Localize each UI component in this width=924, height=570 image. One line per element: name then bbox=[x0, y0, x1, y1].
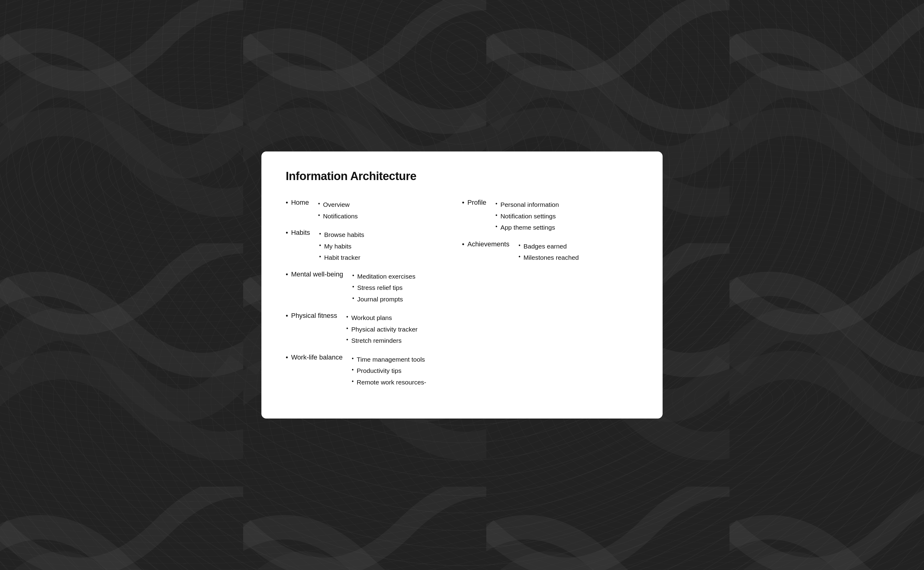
sub-level-item: Stretch reminders bbox=[346, 336, 418, 346]
sub-level-label: Stretch reminders bbox=[351, 336, 402, 346]
sub-level-item: Stress relief tips bbox=[352, 283, 415, 293]
sub-level-item: Remote work resources- bbox=[352, 377, 426, 387]
top-level-label: Mental well-being bbox=[291, 270, 343, 279]
sub-level-label: Overview bbox=[323, 200, 350, 210]
right-column: ProfilePersonal informationNotification … bbox=[462, 198, 638, 270]
top-level-label: Work-life balance bbox=[291, 353, 343, 362]
sub-level-label: Time management tools bbox=[357, 355, 425, 365]
sub-level-item: Meditation exercises bbox=[352, 271, 415, 281]
sub-level-item: Journal prompts bbox=[352, 294, 415, 304]
sub-level-label: Meditation exercises bbox=[357, 271, 415, 281]
sub-level-label: Milestones reached bbox=[523, 253, 579, 262]
top-level-item: HabitsBrowse habitsMy habitsHabit tracke… bbox=[286, 228, 450, 267]
top-level-label: Achievements bbox=[467, 240, 509, 249]
left-list: HomeOverviewNotificationsHabitsBrowse ha… bbox=[286, 198, 450, 392]
top-level-item: Work-life balanceTime management toolsPr… bbox=[286, 353, 450, 392]
sub-level-label: Browse habits bbox=[324, 230, 364, 240]
top-level-item: Mental well-beingMeditation exercisesStr… bbox=[286, 270, 450, 309]
right-list: ProfilePersonal informationNotification … bbox=[462, 198, 626, 267]
top-level-item: ProfilePersonal informationNotification … bbox=[462, 198, 626, 237]
sub-level-label: Remote work resources- bbox=[357, 377, 426, 387]
sub-level-item: Notifications bbox=[318, 211, 358, 221]
sub-list: OverviewNotifications bbox=[318, 200, 358, 223]
sub-level-item: Time management tools bbox=[352, 355, 426, 365]
sub-level-item: Productivity tips bbox=[352, 366, 426, 375]
sub-level-label: Productivity tips bbox=[357, 366, 402, 375]
sub-level-label: Personal information bbox=[500, 200, 559, 210]
sub-level-label: Habit tracker bbox=[324, 253, 360, 262]
sub-level-item: Browse habits bbox=[319, 230, 364, 240]
sub-level-label: App theme settings bbox=[500, 223, 555, 232]
sub-level-item: App theme settings bbox=[495, 223, 559, 232]
sub-level-item: Badges earned bbox=[519, 242, 579, 251]
sub-level-label: Badges earned bbox=[523, 242, 567, 251]
sub-list: Personal informationNotification setting… bbox=[495, 200, 559, 234]
sub-level-label: My habits bbox=[324, 242, 351, 251]
content-columns: HomeOverviewNotificationsHabitsBrowse ha… bbox=[286, 198, 638, 394]
sub-level-item: Milestones reached bbox=[519, 253, 579, 262]
sub-level-item: Notification settings bbox=[495, 211, 559, 221]
sub-list: Workout plansPhysical activity trackerSt… bbox=[346, 313, 418, 347]
top-level-item: Physical fitnessWorkout plansPhysical ac… bbox=[286, 311, 450, 350]
sub-list: Meditation exercisesStress relief tipsJo… bbox=[352, 271, 415, 306]
sub-list: Time management toolsProductivity tipsRe… bbox=[352, 355, 426, 389]
sub-level-label: Journal prompts bbox=[357, 294, 403, 304]
left-column: HomeOverviewNotificationsHabitsBrowse ha… bbox=[286, 198, 462, 394]
sub-level-item: Physical activity tracker bbox=[346, 325, 418, 334]
sub-level-item: Personal information bbox=[495, 200, 559, 210]
page-title: Information Architecture bbox=[286, 170, 638, 183]
top-level-label: Physical fitness bbox=[291, 311, 338, 320]
sub-list: Browse habitsMy habitsHabit tracker bbox=[319, 230, 364, 264]
sub-level-item: Overview bbox=[318, 200, 358, 210]
sub-level-label: Physical activity tracker bbox=[351, 325, 418, 334]
top-level-item: AchievementsBadges earnedMilestones reac… bbox=[462, 240, 626, 267]
sub-level-item: My habits bbox=[319, 242, 364, 251]
sub-level-label: Workout plans bbox=[351, 313, 392, 323]
top-level-label: Habits bbox=[291, 228, 310, 238]
sub-level-label: Notifications bbox=[323, 211, 358, 221]
sub-level-item: Workout plans bbox=[346, 313, 418, 323]
top-level-item: HomeOverviewNotifications bbox=[286, 198, 450, 226]
top-level-label: Home bbox=[291, 198, 309, 207]
sub-level-label: Notification settings bbox=[500, 211, 556, 221]
top-level-label: Profile bbox=[467, 198, 486, 207]
sub-level-item: Habit tracker bbox=[319, 253, 364, 262]
main-card: Information Architecture HomeOverviewNot… bbox=[261, 152, 663, 418]
sub-list: Badges earnedMilestones reached bbox=[519, 242, 579, 264]
sub-level-label: Stress relief tips bbox=[357, 283, 402, 293]
